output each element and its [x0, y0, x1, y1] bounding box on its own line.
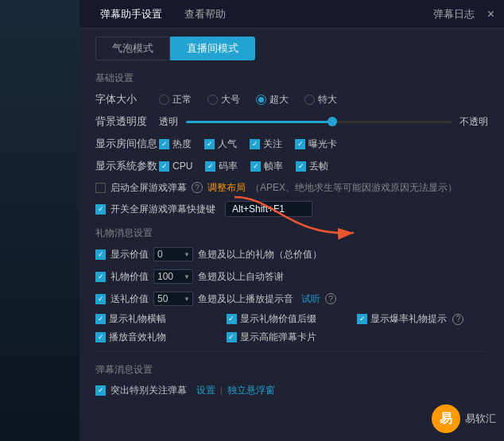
- settings-tab[interactable]: 弹幕助手设置: [89, 2, 173, 26]
- font-large-circle: [207, 95, 218, 105]
- framedrop-checkbox[interactable]: 丢帧: [296, 160, 328, 173]
- font-size-radio-group: 正常 大号 超大 特大: [159, 93, 337, 106]
- value-threshold-select[interactable]: 050100: [153, 247, 193, 261]
- framedrop-box: [296, 161, 306, 172]
- value-threshold-wrapper: 050100: [153, 247, 193, 261]
- bubble-mode-tab[interactable]: 气泡模式: [95, 37, 170, 60]
- font-xlarge-radio[interactable]: 超大: [256, 93, 289, 106]
- left-background: [0, 0, 79, 441]
- framerate-label: 帧率: [264, 160, 283, 173]
- gift-rate-tip-label: 显示爆率礼物提示: [370, 312, 447, 326]
- adjust-layout-link[interactable]: 调整布局: [207, 181, 246, 195]
- send-value-label: 送礼价值: [110, 292, 149, 306]
- watermark-text: 易软汇: [465, 412, 496, 426]
- framedrop-label: 丢帧: [309, 160, 328, 173]
- gift-value-label: 礼物价值: [110, 270, 149, 284]
- font-normal-circle: [159, 95, 169, 105]
- system-params-checkboxes: CPU 码率 帧率 丢帧: [159, 160, 488, 173]
- font-large-radio[interactable]: 大号: [207, 93, 240, 106]
- system-params-row: 显示系统参数 CPU 码率 帧率 丢帧: [79, 155, 504, 177]
- gift-desc: 鱼翅及以上自动答谢: [198, 270, 284, 284]
- try-listen-link[interactable]: 试听: [301, 292, 320, 306]
- header-bar: 弹幕助手设置 查看帮助 弹幕日志 ×: [79, 0, 504, 29]
- divider: [95, 351, 488, 352]
- danmu-float-link[interactable]: 独立悬浮窗: [227, 384, 275, 397]
- opacity-slider-track[interactable]: [186, 121, 452, 123]
- value-desc: 鱼翅及以上的礼物（总价值）: [198, 248, 322, 261]
- rate-help-icon[interactable]: ?: [452, 314, 463, 325]
- gift-value-after-col: 显示礼物价值后缀: [227, 312, 358, 326]
- room-info-row: 显示房间信息 热度 人气 关注 曝光卡: [79, 133, 504, 155]
- live-mode-tab[interactable]: 直播间模式: [170, 37, 255, 60]
- room-info-label: 显示房间信息: [95, 137, 159, 151]
- send-desc: 鱼翅及以上播放提示音: [198, 292, 293, 306]
- play-sound-box[interactable]: [95, 332, 106, 342]
- close-button[interactable]: ×: [487, 8, 494, 21]
- fullscreen-help-icon[interactable]: ?: [192, 182, 203, 193]
- bg-opacity-label: 背景透明度: [95, 114, 159, 129]
- gift-threshold-select[interactable]: 10050200: [153, 269, 193, 284]
- bitrate-checkbox[interactable]: 码率: [205, 160, 238, 173]
- opacity-slider-fill: [186, 121, 332, 123]
- opacity-slider-row: 透明 不透明: [159, 115, 488, 129]
- danmu-setting-link[interactable]: 设置: [196, 384, 215, 397]
- font-xlarge-circle: [256, 95, 266, 105]
- font-large-label: 大号: [221, 93, 240, 106]
- send-value-row: 送礼价值 50100200 鱼翅及以上播放提示音 试听 ?: [79, 288, 504, 310]
- show-value-box[interactable]: [95, 250, 106, 260]
- system-params-label: 显示系统参数: [95, 159, 159, 173]
- font-xlarge-label: 超大: [269, 93, 289, 106]
- cpu-checkbox[interactable]: CPU: [159, 161, 192, 172]
- hotkey-label: 开关全屏游戏弹幕快捷键: [110, 203, 215, 216]
- framerate-box: [250, 161, 261, 172]
- basic-settings-title: 基础设置: [79, 65, 504, 88]
- send-threshold-select[interactable]: 50100200: [153, 292, 193, 306]
- play-sound-label: 播放音效礼物: [109, 331, 166, 344]
- room-heat-label: 热度: [173, 137, 192, 151]
- room-follow-box: [250, 139, 260, 149]
- send-value-box[interactable]: [95, 294, 106, 304]
- gift-value-after-label: 显示礼物价值后缀: [240, 312, 316, 326]
- font-xxlarge-radio[interactable]: 特大: [304, 93, 337, 106]
- opacity-slider-thumb[interactable]: [328, 117, 337, 126]
- opacity-right-label: 不透明: [459, 115, 488, 129]
- room-exposure-checkbox[interactable]: 曝光卡: [295, 137, 337, 151]
- show-high-card-box[interactable]: [227, 332, 237, 342]
- gift-rate-tip-col: 显示爆率礼物提示 ?: [357, 312, 488, 326]
- send-help-icon[interactable]: ?: [325, 293, 336, 304]
- show-value-label: 显示价值: [110, 248, 149, 261]
- gift-frame-col: 显示礼物横幅: [95, 312, 227, 326]
- send-threshold-wrapper: 50100200: [153, 292, 193, 306]
- fullscreen-launch-box[interactable]: [95, 183, 106, 193]
- hotkey-input[interactable]: [225, 201, 312, 217]
- show-value-row: 显示价值 050100 鱼翅及以上的礼物（总价值）: [79, 243, 504, 265]
- mode-tabs: 气泡模式 直播间模式: [79, 29, 504, 65]
- gift-frame-box[interactable]: [95, 314, 106, 324]
- room-heat-box: [159, 139, 169, 149]
- watermark-logo: 易: [432, 404, 460, 433]
- log-button[interactable]: 弹幕日志: [433, 7, 475, 21]
- framerate-checkbox[interactable]: 帧率: [250, 160, 283, 173]
- font-xxlarge-label: 特大: [318, 93, 337, 106]
- fullscreen-launch-row: 启动全屏游戏弹幕 ? 调整布局 （APEX、绝地求生等可能因游戏原因无法显示）: [79, 177, 504, 198]
- hotkey-enable-box[interactable]: [95, 204, 106, 215]
- gift-checkboxes-row1: 显示礼物横幅 显示礼物价值后缀 显示爆率礼物提示 ?: [79, 310, 504, 328]
- gift-value-box[interactable]: [95, 272, 106, 282]
- danmu-settings-title: 弹幕消息设置: [79, 357, 504, 380]
- help-tab[interactable]: 查看帮助: [173, 2, 237, 26]
- room-exposure-label: 曝光卡: [308, 137, 337, 151]
- room-popularity-checkbox[interactable]: 人气: [204, 137, 237, 151]
- font-normal-radio[interactable]: 正常: [159, 93, 192, 106]
- danmu-highlight-label: 突出特别关注弹幕: [110, 384, 187, 397]
- gift-value-row: 礼物价值 10050200 鱼翅及以上自动答谢: [79, 265, 504, 288]
- gift-rate-tip-box[interactable]: [357, 314, 367, 324]
- danmu-highlight-box[interactable]: [95, 385, 106, 396]
- watermark: 易 易软汇: [432, 404, 496, 433]
- gift-value-after-box[interactable]: [227, 314, 237, 324]
- gift-threshold-wrapper: 10050200: [153, 269, 193, 284]
- gift-settings-title: 礼物消息设置: [79, 220, 504, 243]
- room-popularity-box: [204, 139, 215, 149]
- bg-opacity-row: 背景透明度 透明 不透明: [79, 110, 504, 133]
- room-heat-checkbox[interactable]: 热度: [159, 137, 192, 151]
- room-follow-checkbox[interactable]: 关注: [250, 137, 282, 151]
